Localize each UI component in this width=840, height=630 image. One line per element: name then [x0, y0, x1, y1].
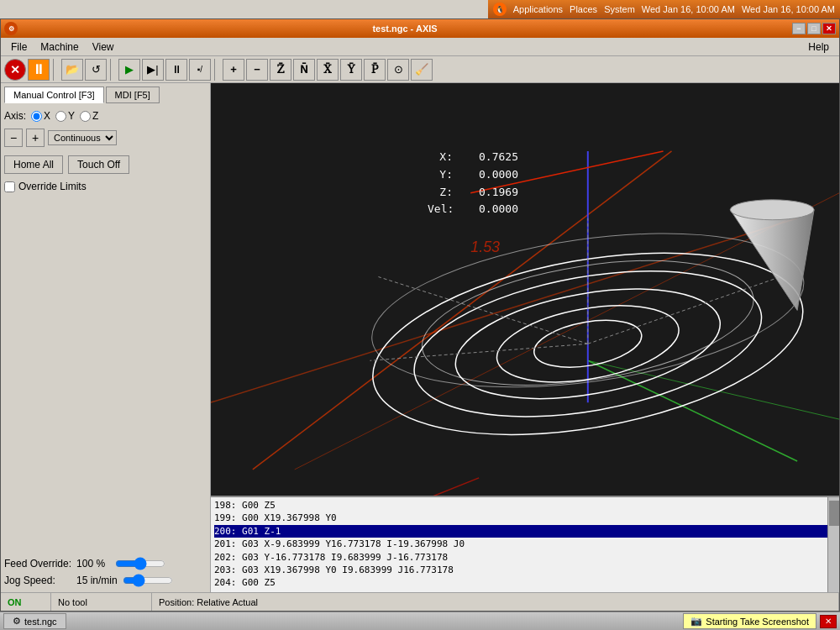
open-button[interactable]: 📂 [61, 59, 83, 81]
window-title: test.ngc - AXIS [18, 24, 792, 34]
taskbar-close-icon[interactable]: ✕ [820, 615, 837, 628]
view-y-button[interactable]: Ȳ [340, 59, 362, 81]
gcode-line-199: 199: G00 X19.367998 Y0 [214, 512, 836, 524]
desktop-topbar: 🐧 Applications Places System Wed Jan 16,… [488, 0, 840, 18]
gcode-line-202: 202: G03 Y-16.773178 I9.683999 J-16.7731… [214, 551, 836, 564]
reload-button[interactable]: ↺ [85, 59, 107, 81]
jog-speed-label: Jog Speed: [4, 575, 71, 586]
gcode-line-205: 205: M05 [214, 590, 836, 592]
toolbar-separator-2 [110, 59, 115, 81]
feed-override-row: Feed Override: 100 % [4, 558, 207, 570]
gcode-line-198: 198: G00 Z5 [214, 499, 836, 512]
override-limits-row: Override Limits [4, 181, 207, 192]
gcode-line-204: 204: G00 Z5 [214, 576, 836, 589]
zoom-out-button[interactable]: − [246, 59, 268, 81]
tab-row: Manual Control [F3] MDI [F5] [4, 87, 207, 103]
jog-speed-slider[interactable] [123, 575, 173, 586]
axis-y-label: Y [68, 110, 75, 122]
titlebar-controls: − □ ✕ [792, 23, 836, 34]
app-window: 🐧 Applications Places System Wed Jan 16,… [0, 0, 840, 630]
screenshot-icon: 📷 [690, 616, 702, 627]
titlebar-left: ⚙ [4, 22, 18, 35]
viewport-svg: 1.53 7.5 [211, 83, 839, 496]
machine-menu[interactable]: Machine [34, 39, 85, 55]
jog-minus-button[interactable]: − [4, 129, 23, 147]
system-clock: Wed Jan 16, 10:00 AM [642, 4, 735, 14]
gcode-line-200: 200: G01 Z-1 [214, 525, 836, 538]
clear-button[interactable]: 🧹 [411, 59, 433, 81]
axis-x-radio-label[interactable]: X [31, 110, 50, 122]
view-3d-button[interactable]: ⊙ [387, 59, 409, 81]
toolbar-separator-1 [53, 59, 58, 81]
svg-line-19 [395, 478, 479, 496]
axis-z-label: Z [92, 110, 98, 122]
run-button[interactable]: ▶ [118, 59, 140, 81]
right-section: X: 0.7625 Y: 0.0000 Z: 0.1969 Vel: [211, 83, 839, 592]
axis-y-radio[interactable] [55, 111, 66, 122]
jog-mode-select[interactable]: Continuous Step 0.001 Step 0.01 Step 0.1… [48, 130, 117, 145]
minimize-button[interactable]: − [792, 23, 806, 34]
toolbar: ✕ ⏸ 📂 ↺ ▶ ▶| ⏸ ▪/ + − Z̄ N̄ X̄ Ȳ P̄ ⊙ 🧹 [1, 56, 839, 83]
gcode-scrollbar-thumb[interactable] [829, 501, 839, 526]
taskbar-app-icon: ⚙ [13, 616, 21, 627]
axis-y-radio-label[interactable]: Y [55, 110, 75, 122]
system-menu[interactable]: System [604, 4, 635, 14]
pause2-button[interactable]: ⏸ [165, 59, 187, 81]
viewport[interactable]: X: 0.7625 Y: 0.0000 Z: 0.1969 Vel: [211, 83, 839, 496]
maximize-button[interactable]: □ [807, 23, 821, 34]
gcode-line-203: 203: G03 X19.367998 Y0 I9.683999 J16.773… [214, 564, 836, 576]
position-mode: Position: Relative Actual [152, 593, 839, 611]
estop-button[interactable]: ✕ [4, 59, 26, 81]
view-z-button[interactable]: Z̄ [270, 59, 291, 81]
svg-text:1.53: 1.53 [470, 239, 500, 255]
taskbar-app-button[interactable]: ⚙ test.ngc [3, 613, 66, 629]
zoom-in-button[interactable]: + [223, 59, 244, 81]
close-button[interactable]: ✕ [822, 23, 836, 34]
jog-speed-value: 15 in/min [76, 575, 118, 586]
gcode-line-201: 201: G03 X-9.683999 Y16.773178 I-19.3679… [214, 538, 836, 550]
tab-mdi[interactable]: MDI [F5] [106, 87, 160, 103]
tool-info: No tool [51, 593, 152, 611]
clock-text: Wed Jan 16, 10:00 AM [742, 4, 835, 14]
view-menu[interactable]: View [86, 39, 121, 55]
jog-row: − + Continuous Step 0.001 Step 0.01 Step… [4, 129, 207, 147]
statusbar: ON No tool Position: Relative Actual [1, 592, 839, 611]
view-p-button[interactable]: P̄ [364, 59, 386, 81]
step-button[interactable]: ▶| [142, 59, 164, 81]
toolbar-separator-3 [214, 59, 219, 81]
content-area: Manual Control [F3] MDI [F5] Axis: X Y [1, 83, 839, 592]
axis-x-label: X [44, 110, 50, 122]
home-row: Home All Touch Off [4, 155, 207, 174]
taskbar: ⚙ test.ngc 📷 Starting Take Screenshot ✕ [0, 612, 840, 630]
axis-x-radio[interactable] [31, 111, 42, 122]
feed-override-value: 100 % [76, 558, 110, 570]
axis-z-radio-label[interactable]: Z [80, 110, 98, 122]
override-limits-checkbox[interactable] [4, 181, 15, 192]
menubar: File Machine View Help [1, 38, 839, 56]
file-menu[interactable]: File [4, 39, 34, 55]
app-inner-window: ⚙ test.ngc - AXIS − □ ✕ File Machine Vie… [0, 18, 840, 612]
help-menu[interactable]: Help [801, 39, 836, 55]
app-icon: ⚙ [4, 22, 18, 35]
feed-override-slider[interactable] [115, 558, 165, 570]
desktop-app-icon: 🐧 [493, 3, 507, 16]
touch-off-button[interactable]: Touch Off [68, 155, 129, 174]
jog-plus-button[interactable]: + [26, 129, 45, 147]
feed-override-label: Feed Override: [4, 558, 71, 570]
left-panel: Manual Control [F3] MDI [F5] Axis: X Y [1, 83, 211, 592]
machine-state: ON [1, 593, 51, 611]
axis-z-radio[interactable] [80, 111, 91, 122]
view-n-button[interactable]: N̄ [293, 59, 315, 81]
gcode-lines: 198: G00 Z5199: G00 X19.367998 Y0200: G0… [214, 499, 836, 592]
taskbar-app-label: test.ngc [24, 617, 57, 627]
home-all-button[interactable]: Home All [4, 155, 63, 174]
view-x-button[interactable]: X̄ [317, 59, 339, 81]
places-menu[interactable]: Places [570, 4, 597, 14]
tab-manual-control[interactable]: Manual Control [F3] [4, 87, 104, 103]
axis-selector-row: Axis: X Y Z [4, 110, 207, 122]
gcode-scrollbar[interactable] [827, 497, 839, 592]
applications-menu[interactable]: Applications [513, 4, 563, 14]
pause-button[interactable]: ⏸ [28, 59, 50, 81]
gcode-panel: 198: G00 Z5199: G00 X19.367998 Y0200: G0… [211, 496, 839, 592]
block-delete-button[interactable]: ▪/ [189, 59, 211, 81]
